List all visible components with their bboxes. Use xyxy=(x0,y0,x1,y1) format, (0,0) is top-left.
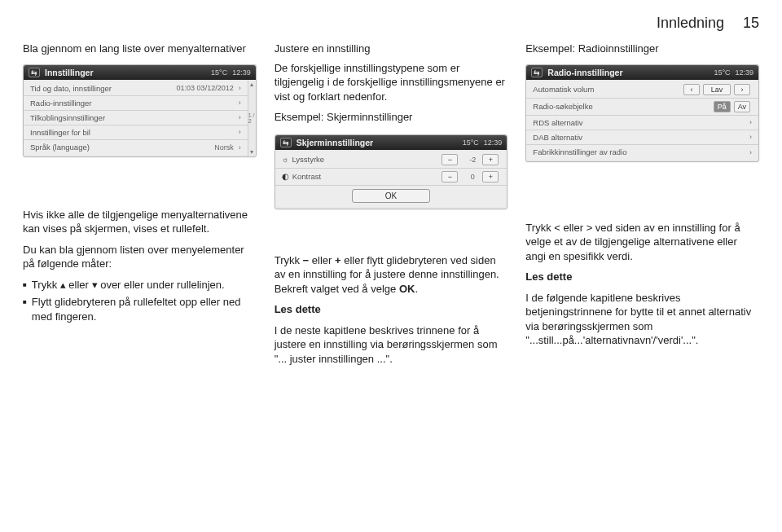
scroll-up-icon[interactable]: ▴ xyxy=(250,81,253,88)
chapter-name: Innledning xyxy=(657,15,724,31)
brightness-value: -2 xyxy=(464,156,481,164)
rds-row[interactable]: RDS alternativ › xyxy=(526,116,758,130)
row-label: RDS alternativ xyxy=(533,118,745,127)
plus-button[interactable]: + xyxy=(482,154,499,165)
col2-heading: Justere en innstilling xyxy=(275,42,508,56)
text: over eller under rullelinjen. xyxy=(98,279,225,291)
chevron-right-icon: › xyxy=(239,99,241,107)
display-title-bar: ⇆ Skjerminnstillinger 15°C 12:39 xyxy=(275,135,507,150)
radio-settings-screen: ⇆ Radio-innstillinger 15°C 12:39 Automat… xyxy=(525,64,759,162)
contrast-value: 0 xyxy=(464,173,481,181)
row-label: Tid og dato, innstillinger xyxy=(30,84,172,93)
col2-les-dette: Les dette xyxy=(275,302,508,317)
settings-row[interactable]: Radio-innstillinger › xyxy=(24,96,248,111)
settings-row[interactable]: Språk (language) Norsk › xyxy=(24,140,248,155)
col1-p1: Hvis ikke alle de tilgjengelige menyalte… xyxy=(23,208,257,236)
row-val: 01:03 03/12/2012 xyxy=(177,84,234,92)
auto-volume-row: Automatisk volum ‹ Lav › xyxy=(526,81,758,99)
col2-p2: Eksempel: Skjerminnstillinger xyxy=(275,110,508,125)
display-settings-screen: ⇆ Skjerminnstillinger 15°C 12:39 ☼ Lysst… xyxy=(275,134,508,209)
text: Trykk xyxy=(525,222,554,234)
settings-title-bar: ⇆ Innstillinger 15°C 12:39 xyxy=(24,65,256,80)
contrast-icon: ◐ xyxy=(282,172,289,181)
row-label: Radio-innstillinger xyxy=(30,99,234,108)
left-arrow-button[interactable]: ‹ xyxy=(683,84,700,95)
radio-title: Radio-innstillinger xyxy=(547,68,709,77)
page-indicator: 1 / 2 xyxy=(248,112,256,124)
settings-row[interactable]: Tilkoblingsinnstillinger › xyxy=(24,111,248,125)
settings-screen: ⇆ Innstillinger 15°C 12:39 Tid og dato, … xyxy=(23,64,257,157)
chevron-right-icon: › xyxy=(749,148,752,156)
chevron-right-icon: › xyxy=(239,113,241,121)
row-label: Fabrikkinnstillinger av radio xyxy=(533,147,745,156)
settings-title: Innstillinger xyxy=(45,68,206,77)
right-arrow-button[interactable]: › xyxy=(734,84,750,95)
scrollbar[interactable]: ▴ 1 / 2 ▾ xyxy=(248,80,256,156)
column-2: Justere en innstilling De forskjellige i… xyxy=(275,42,508,373)
settings-row[interactable]: Tid og dato, innstillinger 01:03 03/12/2… xyxy=(24,81,248,96)
chevron-right-icon: › xyxy=(239,84,241,92)
factory-row[interactable]: Fabrikkinnstillinger av radio › xyxy=(526,145,758,160)
ok-row: OK xyxy=(275,186,507,207)
radio-temp: 15°C xyxy=(714,68,730,77)
bullet-2: Flytt glidebryteren på rullefeltet opp e… xyxy=(23,295,257,323)
back-icon[interactable]: ⇆ xyxy=(280,138,292,147)
seekbar-row: Radio-søkebjelke På Av xyxy=(526,99,758,116)
radio-title-bar: ⇆ Radio-innstillinger 15°C 12:39 xyxy=(526,65,758,80)
text: eller xyxy=(66,279,92,291)
chevron-right-icon: › xyxy=(749,133,752,141)
plus-button[interactable]: + xyxy=(482,171,499,182)
back-icon[interactable]: ⇆ xyxy=(531,68,543,77)
col3-heading: Eksempel: Radioinnstillinger xyxy=(525,42,759,56)
minus-button[interactable]: − xyxy=(442,154,458,165)
column-1: Bla gjennom en lang liste over menyalter… xyxy=(23,42,257,373)
col2-p1: De forskjellige innstillingstypene som e… xyxy=(275,61,508,104)
up-arrow-icon: ▴ xyxy=(60,279,66,291)
brightness-label: Lysstyrke xyxy=(292,155,440,164)
settings-time: 12:39 xyxy=(232,68,251,77)
row-label: Automatisk volum xyxy=(533,85,682,94)
scroll-down-icon[interactable]: ▾ xyxy=(250,148,253,156)
lt-glyph: < xyxy=(554,222,560,234)
chevron-right-icon: › xyxy=(239,128,241,136)
text: eller xyxy=(560,222,586,234)
ok-label: OK xyxy=(399,283,415,295)
chevron-right-icon: › xyxy=(239,143,241,152)
contrast-row: ◐ Kontrast − 0 + xyxy=(275,169,507,186)
radio-time: 12:39 xyxy=(735,68,753,77)
settings-temp: 15°C xyxy=(211,68,227,77)
off-button[interactable]: Av xyxy=(734,101,750,112)
row-label: Tilkoblingsinnstillinger xyxy=(30,113,234,122)
col3-p2: I de følgende kapitlene beskrives betjen… xyxy=(525,291,759,348)
down-arrow-icon: ▾ xyxy=(92,279,98,291)
dab-row[interactable]: DAB alternativ › xyxy=(526,130,758,145)
text: eller xyxy=(309,254,335,266)
brightness-row: ☼ Lysstyrke − -2 + xyxy=(275,152,507,169)
page-header: Innledning 15 xyxy=(23,15,759,32)
display-temp: 15°C xyxy=(463,138,479,147)
page-number: 15 xyxy=(743,15,759,31)
col1-heading: Bla gjennom en lang liste over menyalter… xyxy=(23,42,257,56)
auto-volume-value: Lav xyxy=(703,84,731,95)
chevron-right-icon: › xyxy=(749,118,752,126)
plus-glyph: + xyxy=(335,254,341,266)
ok-button[interactable]: OK xyxy=(352,189,430,203)
minus-button[interactable]: − xyxy=(442,171,458,182)
col1-bullets: Trykk ▴ eller ▾ over eller under rulleli… xyxy=(23,278,257,328)
back-icon[interactable]: ⇆ xyxy=(29,68,40,77)
sun-icon: ☼ xyxy=(282,155,289,164)
bullet-1: Trykk ▴ eller ▾ over eller under rulleli… xyxy=(23,278,257,292)
col3-les-dette: Les dette xyxy=(525,270,759,284)
display-title: Skjerminnstillinger xyxy=(297,138,458,147)
col2-p4: I de neste kapitlene beskrives trinnene … xyxy=(275,323,508,367)
col2-p3: Trykk − eller + eller flytt glidebrytere… xyxy=(275,253,508,297)
row-label: Radio-søkebjelke xyxy=(533,102,711,111)
settings-row[interactable]: Innstillinger for bil › xyxy=(24,125,248,140)
row-label: Språk (language) xyxy=(30,143,209,152)
on-button[interactable]: På xyxy=(714,101,731,112)
column-3: Eksempel: Radioinnstillinger ⇆ Radio-inn… xyxy=(525,42,759,373)
row-label: DAB alternativ xyxy=(533,133,745,142)
row-label: Innstillinger for bil xyxy=(30,128,234,137)
contrast-label: Kontrast xyxy=(292,172,441,181)
display-time: 12:39 xyxy=(484,138,503,147)
